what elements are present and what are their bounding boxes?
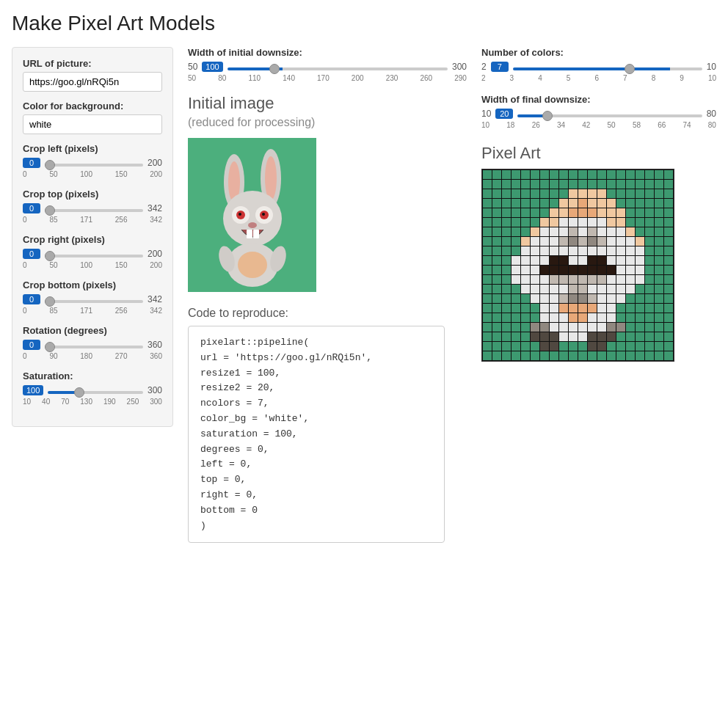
- width-ticks: 5080110140170200230260290: [188, 74, 467, 82]
- pixel-cell: [512, 266, 521, 275]
- pixel-cell: [540, 266, 550, 275]
- final-ticks: 10182634425058667480: [481, 121, 716, 129]
- pixel-cell: [645, 180, 655, 189]
- pixel-cell: [597, 256, 607, 266]
- pixel-cell: [616, 199, 626, 208]
- pixel-cell: [502, 256, 512, 266]
- pixel-cell: [531, 199, 540, 208]
- pixel-cell: [626, 180, 636, 189]
- pixel-cell: [540, 246, 550, 256]
- pixel-cell: [483, 199, 492, 208]
- width-slider[interactable]: [228, 67, 448, 70]
- pixel-cell: [550, 313, 559, 323]
- pixel-cell: [655, 266, 664, 275]
- pixel-cell: [616, 227, 626, 237]
- slider-max-5: 300: [148, 385, 162, 395]
- pixel-cell: [636, 180, 645, 189]
- pixel-cell: [540, 180, 550, 189]
- initial-image: [188, 138, 316, 292]
- pixel-cell: [616, 189, 626, 199]
- pixel-cell: [569, 199, 578, 208]
- code-line: resize2 = 20,: [200, 381, 432, 396]
- svg-point-10: [262, 213, 265, 216]
- pixel-cell: [578, 342, 588, 351]
- pixel-cell: [636, 199, 645, 208]
- pixel-cell: [483, 256, 492, 266]
- pixel-cell: [655, 332, 664, 342]
- slider-input-2[interactable]: [45, 255, 143, 257]
- page-title: Make Pixel Art Models: [12, 12, 716, 35]
- pixel-cell: [626, 256, 636, 266]
- pixel-cell: [578, 313, 588, 323]
- pixel-cell: [512, 189, 521, 199]
- pixel-cell: [483, 266, 492, 275]
- pixel-cell: [550, 304, 559, 313]
- pixel-cell: [492, 266, 502, 275]
- pixel-cell: [540, 227, 550, 237]
- table-row: [483, 180, 674, 189]
- pixel-cell: [550, 218, 559, 227]
- pixel-cell: [559, 208, 569, 218]
- final-slider[interactable]: [517, 114, 702, 117]
- pixel-cell: [578, 237, 588, 246]
- pixel-cell: [645, 285, 655, 294]
- bg-input[interactable]: [23, 114, 162, 134]
- pixel-cell: [578, 323, 588, 332]
- pixel-cell: [521, 304, 531, 313]
- pixel-cell: [636, 332, 645, 342]
- pixel-cell: [483, 294, 492, 304]
- slider-0: Crop left (pixels)0200050100150200: [23, 143, 162, 178]
- slider-input-3[interactable]: [45, 300, 143, 303]
- pixel-cell: [655, 323, 664, 332]
- pixel-cell: [569, 304, 578, 313]
- pixel-cell: [645, 237, 655, 246]
- pixel-cell: [578, 351, 588, 361]
- slider-input-4[interactable]: [45, 346, 143, 348]
- url-input[interactable]: [23, 72, 162, 92]
- pixel-cell: [512, 246, 521, 256]
- slider-input-5[interactable]: [48, 391, 143, 394]
- pixel-cell: [636, 342, 645, 351]
- pixel-cell: [588, 351, 597, 361]
- url-label: URL of picture:: [23, 58, 162, 69]
- pixel-cell: [521, 246, 531, 256]
- pixel-cell: [616, 218, 626, 227]
- pixel-art-grid: [481, 169, 674, 362]
- svg-point-3: [265, 156, 277, 200]
- pixel-cell: [616, 256, 626, 266]
- pixel-cell: [569, 227, 578, 237]
- table-row: [483, 294, 674, 304]
- pixel-cell: [664, 170, 674, 180]
- slider-input-0[interactable]: [45, 164, 143, 167]
- pixel-cell: [540, 342, 550, 351]
- pixel-cell: [531, 218, 540, 227]
- pixel-cell: [626, 208, 636, 218]
- pixel-cell: [559, 275, 569, 285]
- pixel-cell: [521, 199, 531, 208]
- pixel-cell: [559, 237, 569, 246]
- pixel-cell: [607, 342, 616, 351]
- ncolors-slider[interactable]: [513, 67, 702, 70]
- slider-input-1[interactable]: [45, 209, 143, 212]
- pixel-cell: [569, 208, 578, 218]
- pixel-cell: [636, 323, 645, 332]
- pixel-cell: [569, 170, 578, 180]
- pixel-cell: [550, 323, 559, 332]
- pixel-cell: [492, 170, 502, 180]
- image-title: Initial image: [188, 94, 467, 113]
- image-subtitle: (reduced for processing): [188, 116, 467, 129]
- width-label: Width of initial downsize:: [188, 47, 302, 58]
- pixel-cell: [531, 170, 540, 180]
- pixel-cell: [597, 208, 607, 218]
- pixel-cell: [492, 351, 502, 361]
- pixel-cell: [655, 208, 664, 218]
- pixel-cell: [664, 227, 674, 237]
- code-title: Code to reproduce:: [188, 307, 467, 320]
- pixel-cell: [636, 208, 645, 218]
- code-box: pixelart::pipeline( url = 'https://goo.g…: [188, 326, 445, 543]
- pixel-cell: [597, 351, 607, 361]
- pixel-cell: [626, 275, 636, 285]
- pixel-cell: [578, 180, 588, 189]
- pixel-cell: [492, 199, 502, 208]
- slider-value-3: 0: [23, 294, 40, 304]
